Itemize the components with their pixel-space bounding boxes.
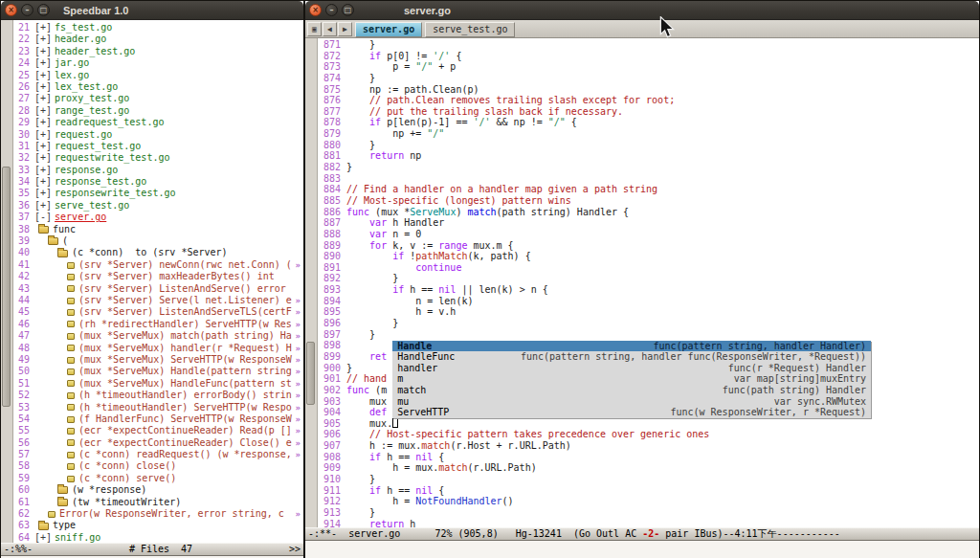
file-name[interactable]: request.go <box>55 129 112 141</box>
speedbar-row[interactable]: 52(h *timeoutHandler) errorBody() strin» <box>13 390 302 401</box>
code-line[interactable]: 890 if !pathMatch(k, path) { <box>318 251 979 262</box>
completion-item[interactable]: mvar map[string]muxEntry <box>392 373 871 385</box>
tag-label[interactable]: (f HandlerFunc) ServeHTTP(w ResponseW <box>78 413 292 425</box>
code-line[interactable]: 894 n = len(k) <box>318 296 979 307</box>
minimize-icon[interactable]: – <box>21 4 33 16</box>
tag-label[interactable]: func <box>53 224 76 235</box>
minimize-icon[interactable]: – <box>325 4 338 16</box>
file-name[interactable]: range_test.go <box>55 105 129 117</box>
code-line[interactable]: 895 h = v.h <box>318 306 979 318</box>
speedbar-row[interactable]: 30[+]request.go <box>13 129 302 141</box>
speedbar-row[interactable]: 35[+]responsewrite_test.go <box>13 188 302 199</box>
code-line[interactable]: 893 if h == nil || len(k) > n { <box>318 284 979 296</box>
code-line[interactable]: 887 var h Handler <box>318 217 979 229</box>
close-icon[interactable]: × <box>5 4 17 16</box>
completion-item[interactable]: handlerfunc(r *Request) Handler <box>392 363 871 374</box>
tabbar-scroll-right-icon[interactable]: ▶ <box>338 22 352 36</box>
file-name[interactable]: lex.go <box>55 70 89 81</box>
expand-toggle-button[interactable]: [+] <box>34 141 52 152</box>
expand-toggle-button[interactable]: [+] <box>34 200 52 212</box>
speedbar-row[interactable]: 26[+]lex_test.go <box>13 81 302 93</box>
speedbar-row[interactable]: 49(mux *ServeMux) ServeHTTP(w ResponseW» <box>13 354 302 366</box>
code-line[interactable]: 878 if p[len(p)-1] == '/' && np != "/" { <box>318 117 979 128</box>
code-line[interactable]: 886func (mux *ServeMux) match(path strin… <box>318 207 979 218</box>
expand-toggle-button[interactable]: [+] <box>34 117 52 128</box>
code-line[interactable]: 879 np += "/" <box>318 128 979 140</box>
code-line[interactable]: 914 return h <box>318 519 979 527</box>
editor-scrollbar[interactable] <box>305 38 318 527</box>
expand-toggle-button[interactable]: [+] <box>34 152 52 164</box>
tag-label[interactable]: (mux *ServeMux) ServeHTTP(w ResponseW <box>78 354 292 366</box>
code-line[interactable]: 876 // path.Clean removes trailing slash… <box>318 95 979 106</box>
code-buffer[interactable]: Handlefunc(pattern string, handler Handl… <box>318 39 979 527</box>
tag-label[interactable]: (h *timeoutHandler) ServeHTTP(w Respo <box>78 402 292 413</box>
tab-server.go[interactable]: server.go <box>355 22 422 37</box>
speedbar-file-tree[interactable]: 21[+]fs_test.go22[+]header.go23[+]header… <box>13 22 302 543</box>
speedbar-row[interactable]: 44(srv *Server) Serve(l net.Listener) e» <box>13 295 302 306</box>
code-line[interactable]: 883 <box>318 173 979 185</box>
code-line[interactable]: 873 p = "/" + p <box>318 61 979 73</box>
speedbar-scrollbar[interactable] <box>1 20 13 543</box>
code-line[interactable]: 871 } <box>318 39 979 51</box>
file-name[interactable]: fs_test.go <box>55 22 112 33</box>
expand-toggle-button[interactable]: [+] <box>34 532 52 543</box>
speedbar-row[interactable]: 59(c *conn) serve() <box>13 473 302 484</box>
speedbar-row[interactable]: 47(mux *ServeMux) match(path string) Ha» <box>13 330 302 342</box>
code-line[interactable]: 909 h = mux.match(r.URL.Path) <box>318 462 979 474</box>
code-line[interactable]: 880 } <box>318 140 979 151</box>
code-line[interactable]: 892 } <box>318 273 979 284</box>
file-name[interactable]: header_test.go <box>55 46 135 57</box>
speedbar-row[interactable]: 41(srv *Server) newConn(rwc net.Conn) (» <box>13 259 302 271</box>
file-name[interactable]: request_test.go <box>55 141 141 152</box>
speedbar-row[interactable]: 42(srv *Server) maxHeaderBytes() int <box>13 271 302 282</box>
speedbar-row[interactable]: 25[+]lex.go <box>13 70 302 81</box>
tag-label[interactable]: (c *conn) readRequest() (w *response, <box>78 449 292 460</box>
code-line[interactable]: 896 } <box>318 318 979 329</box>
speedbar-row[interactable]: 40(c *conn) to (srv *Server) <box>13 247 302 258</box>
code-line[interactable]: 905 mux. <box>318 418 979 430</box>
speedbar-row[interactable]: 57(c *conn) readRequest() (w *response,» <box>13 449 302 460</box>
file-name[interactable]: responsewrite_test.go <box>55 188 175 199</box>
tag-label[interactable]: (srv *Server) ListenAndServe() error <box>78 283 286 295</box>
expand-toggle-button[interactable]: [+] <box>34 176 52 188</box>
speedbar-row[interactable]: 32[+]requestwrite_test.go <box>13 152 302 164</box>
completion-item[interactable]: Handlefunc(pattern string, handler Handl… <box>392 341 871 352</box>
speedbar-row[interactable]: 39( <box>13 235 302 247</box>
expand-toggle-button[interactable]: [+] <box>34 22 52 33</box>
code-line[interactable]: 908 if h == nil { <box>318 452 979 463</box>
expand-toggle-button[interactable]: [+] <box>34 70 52 81</box>
expand-toggle-button[interactable]: [+] <box>34 57 52 69</box>
file-name[interactable]: header.go <box>55 33 106 45</box>
code-line[interactable]: 907 h := mux.match(r.Host + r.URL.Path) <box>318 440 979 452</box>
expand-toggle-button[interactable]: [-] <box>34 212 52 223</box>
file-name[interactable]: serve_test.go <box>55 200 129 212</box>
file-name[interactable]: response_test.go <box>55 176 146 188</box>
speedbar-row[interactable]: 31[+]request_test.go <box>13 141 302 152</box>
tag-label[interactable]: (tw *timeoutWriter) <box>72 497 181 508</box>
expand-toggle-button[interactable]: [+] <box>34 93 52 104</box>
tag-label[interactable]: type <box>53 520 76 531</box>
tag-label[interactable]: (h *timeoutHandler) errorBody() strin <box>78 390 292 401</box>
code-line[interactable]: 891 continue <box>318 262 979 274</box>
tag-label[interactable]: (srv *Server) Serve(l net.Listener) e <box>78 295 292 306</box>
tag-label[interactable]: (mux *ServeMux) handler(r *Request) H <box>78 343 292 354</box>
speedbar-row[interactable]: 48(mux *ServeMux) handler(r *Request) H» <box>13 343 302 354</box>
file-name[interactable]: jar.go <box>55 57 89 69</box>
tag-label[interactable]: (srv *Server) maxHeaderBytes() int <box>78 271 275 282</box>
speedbar-row[interactable]: 21[+]fs_test.go <box>13 22 302 33</box>
speedbar-row[interactable]: 62Error(w ResponseWriter, error string, … <box>13 508 302 520</box>
code-line[interactable]: 913 } <box>318 507 979 519</box>
tabbar-home-icon[interactable]: ▣ <box>307 22 322 36</box>
speedbar-row[interactable]: 38func <box>13 224 302 235</box>
file-name[interactable]: proxy_test.go <box>55 93 129 104</box>
speedbar-row[interactable]: 27[+]proxy_test.go <box>13 93 302 104</box>
speedbar-row[interactable]: 64[+]sniff.go <box>13 532 302 543</box>
expand-toggle-button[interactable]: [+] <box>34 81 52 93</box>
tag-label[interactable]: (ecr *expectContinueReader) Read(p [] <box>78 425 292 436</box>
tag-label[interactable]: (srv *Server) ListenAndServeTLS(certF <box>78 306 292 318</box>
expand-toggle-button[interactable]: [+] <box>34 33 52 45</box>
speedbar-row[interactable]: 22[+]header.go <box>13 33 302 45</box>
tag-label[interactable]: Error(w ResponseWriter, error string, c <box>59 508 284 520</box>
speedbar-row[interactable]: 63type <box>13 520 302 531</box>
tag-label[interactable]: (mux *ServeMux) match(path string) Ha <box>78 330 292 342</box>
